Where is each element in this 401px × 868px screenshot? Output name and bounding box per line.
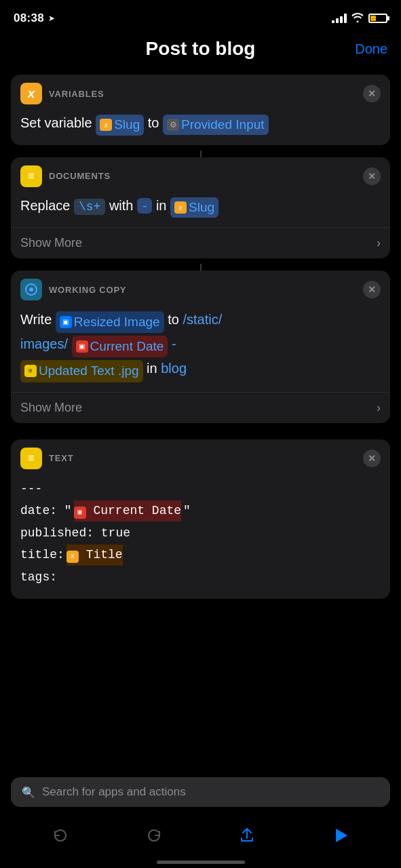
documents-card: ≡ DOCUMENTS ✕ Replace \s+ with - in x Sl… [11,157,390,259]
date-label: date: " [20,500,72,521]
connector-1 [200,151,202,157]
current-date-token[interactable]: ▣ Current Date [72,336,168,357]
tags-text: tags: [20,567,57,588]
documents-icon: ≡ [20,165,42,187]
documents-show-more[interactable]: Show More › [11,227,390,258]
title-token[interactable]: x Title [66,545,123,566]
text-line-date: date: " ▣ Current Date " [20,500,381,521]
updated-text-label: Updated Text .jpg [39,361,139,381]
text-close-button[interactable]: ✕ [363,450,381,467]
updated-text-icon: ≡ [24,365,37,377]
provided-input-token[interactable]: ⚙ Provided Input [163,115,269,136]
regex-token[interactable]: \s+ [74,199,105,215]
workingcopy-header-left: WORKING COPY [20,279,126,300]
search-bar[interactable]: 🔍 Search for apps and actions [11,777,390,807]
text-line-dashes: --- [20,479,381,500]
text-line-tags: tags: [20,567,381,588]
current-date-label: Current Date [90,336,164,357]
variables-body: Set variable x Slug to ⚙ Provided Input [11,110,390,145]
text-current-date-label: Current Date [93,504,181,517]
text-current-date-icon: ▣ [74,507,86,519]
text-current-date-token[interactable]: ▣ Current Date [74,500,181,521]
path-text-2: images/ [20,336,68,351]
to-text-2: to [168,312,183,327]
status-icons [332,13,387,24]
path-text-1: /static/ [183,312,222,327]
title-token-icon: x [66,551,79,563]
slug-token-icon: x [100,119,112,131]
variables-close-button[interactable]: ✕ [363,85,381,102]
resized-image-token[interactable]: ▣ Resized Image [56,311,164,333]
write-line-3: ≡ Updated Text .jpg in blog [20,357,381,382]
provided-input-icon: ⚙ [167,119,179,131]
text-icon: ≡ [20,448,42,469]
status-time: 08:38 [14,12,44,25]
resized-image-label: Resized Image [74,312,160,332]
with-text: with [109,198,137,213]
dashes-text: --- [20,479,42,500]
variables-card: x VARIABLES ✕ Set variable x Slug to ⚙ P… [11,75,390,145]
bottom-toolbar [0,815,401,856]
page-title: Post to blog [146,38,256,60]
text-card-body: --- date: " ▣ Current Date " published: … [11,475,390,599]
search-icon: 🔍 [22,786,35,799]
in-text-2: in [147,361,161,376]
text-label: TEXT [49,453,73,463]
search-placeholder: Search for apps and actions [42,785,186,799]
workingcopy-chevron-icon: › [377,401,381,415]
slug-token-label: Slug [114,115,140,135]
status-bar: 08:38 ➤ [0,0,401,33]
workingcopy-card-header: WORKING COPY ✕ [11,271,390,306]
text-line-title: title: x Title [20,545,381,566]
documents-chevron-icon: › [377,236,381,250]
text-line-published: published: true [20,523,381,544]
done-button[interactable]: Done [355,41,387,57]
provided-input-label: Provided Input [181,115,265,135]
connector-2 [200,264,202,271]
svg-marker-2 [336,829,347,842]
text-header-left: ≡ TEXT [20,448,73,469]
spacer [11,429,390,439]
slug-token[interactable]: x Slug [96,115,144,136]
variables-header-left: x VARIABLES [20,83,104,104]
documents-label: DOCUMENTS [49,171,111,181]
documents-close-button[interactable]: ✕ [363,167,381,185]
resized-image-icon: ▣ [60,316,72,328]
replace-text: Replace [20,198,74,213]
updated-text-token[interactable]: ≡ Updated Text .jpg [20,360,143,382]
location-icon: ➤ [48,14,55,23]
in-text: in [156,198,170,213]
search-section: 🔍 Search for apps and actions [0,770,401,814]
documents-show-more-label: Show More [20,236,82,250]
title-label: title: [20,545,64,566]
home-indicator [157,861,245,864]
undo-button[interactable] [45,821,75,850]
workingcopy-body: Write ▣ Resized Image to /static/ images… [11,306,390,392]
workingcopy-show-more[interactable]: Show More › [11,392,390,423]
write-line-2: images/ ▣ Current Date - [20,333,381,357]
current-date-token-icon: ▣ [76,340,88,353]
svg-point-1 [29,288,33,292]
slug-token-2-icon: x [174,201,187,214]
play-button[interactable] [326,821,356,850]
workingcopy-close-button[interactable]: ✕ [363,281,381,298]
share-button[interactable] [232,821,262,850]
main-content: x VARIABLES ✕ Set variable x Slug to ⚙ P… [0,68,401,699]
battery-icon [368,14,387,23]
text-card-header: ≡ TEXT ✕ [11,439,390,475]
variables-label: VARIABLES [49,89,104,99]
redo-button[interactable] [139,821,169,850]
wifi-icon [351,13,364,24]
dash-token[interactable]: - [137,198,152,214]
variables-icon: x [20,83,42,104]
blog-text: blog [161,361,187,376]
signal-icon [332,14,347,23]
write-text: Write [20,312,56,327]
documents-body: Replace \s+ with - in x Slug [11,193,390,228]
workingcopy-show-more-label: Show More [20,401,82,415]
to-text: to [148,115,163,130]
date-close-quote: " [183,500,191,521]
nav-bar: Post to blog Done [0,33,401,68]
text-card: ≡ TEXT ✕ --- date: " ▣ Current Date " pu… [11,439,390,599]
slug-token-2[interactable]: x Slug [170,197,218,218]
